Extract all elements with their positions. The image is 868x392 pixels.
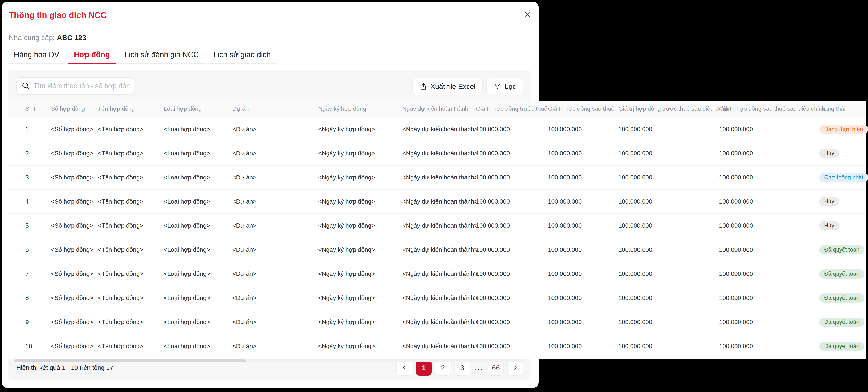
- cell-contract-name: <Tên hợp đồng>: [98, 126, 164, 133]
- cell-expected-finish-date: <Ngày dự kiến hoàn thành>: [402, 198, 476, 205]
- cell-value-pre-tax: 100.000.000: [476, 270, 548, 277]
- close-button[interactable]: [522, 8, 533, 20]
- table-row: 9<Số hợp đồng><Tên hợp đồng><Loại hợp đồ…: [7, 310, 866, 334]
- results-summary: Hiển thị kết quả 1 - 10 trên tổng 17: [17, 364, 113, 371]
- export-excel-label: Xuất file Excel: [430, 83, 475, 91]
- column-header-7: Giá trị hợp đồng trước thuế: [476, 105, 548, 112]
- page-button-66[interactable]: 66: [488, 360, 504, 375]
- cell-value-pre-tax: 100.000.000: [476, 174, 548, 181]
- cell-stt: 2: [25, 150, 51, 157]
- table-row: 4<Số hợp đồng><Tên hợp đồng><Loại hợp đồ…: [7, 190, 866, 214]
- cell-stt: 1: [25, 126, 51, 133]
- page-title: Thông tin giao dịch NCC: [9, 10, 107, 20]
- cell-project: <Dự án>: [232, 150, 318, 157]
- tab-2[interactable]: Hợp đồng: [67, 46, 116, 64]
- cell-value-pre-tax-adjusted: 100.000.000: [618, 343, 719, 350]
- horizontal-scrollbar[interactable]: [14, 359, 524, 362]
- cell-value-pre-tax-adjusted: 100.000.000: [618, 222, 719, 229]
- column-header-1: Số hợp đồng: [51, 105, 98, 112]
- cell-contract-no[interactable]: <Số hợp đồng>: [51, 150, 98, 157]
- search-icon: [22, 82, 30, 90]
- cell-value-pre-tax-adjusted: 100.000.000: [618, 270, 719, 277]
- cell-contract-no[interactable]: <Số hợp đồng>: [51, 198, 98, 205]
- filter-button[interactable]: Lọc: [487, 77, 523, 95]
- cell-value-post-tax: 100.000.000: [548, 150, 618, 157]
- tab-3[interactable]: Lịch sử đánh giá NCC: [118, 46, 205, 64]
- cell-value-post-tax: 100.000.000: [548, 198, 618, 205]
- cell-contract-type: <Loại hợp đồng>: [164, 246, 232, 253]
- cell-sign-date: <Ngày ký hợp đồng>: [318, 246, 402, 253]
- cell-contract-name: <Tên hợp đồng>: [98, 174, 164, 181]
- cell-status: Đã quyết toán: [819, 293, 866, 303]
- contracts-table: STTSố hợp đồngTên hợp đồngLoại hợp đồngD…: [7, 101, 866, 359]
- table-row: 8<Số hợp đồng><Tên hợp đồng><Loại hợp đồ…: [7, 286, 866, 310]
- cell-stt: 3: [25, 174, 51, 181]
- column-header-10: Giá trị hợp đồng sau thuế sau điều chỉnh: [719, 105, 819, 112]
- status-badge: Đã quyết toán: [819, 318, 864, 327]
- filter-icon: [494, 83, 501, 90]
- cell-status: Đã quyết toán: [819, 342, 866, 351]
- cell-contract-no[interactable]: <Số hợp đồng>: [51, 174, 98, 181]
- status-badge: Hủy: [819, 221, 839, 230]
- filter-label: Lọc: [504, 83, 516, 91]
- cell-status: Hủy: [819, 197, 866, 206]
- status-badge: Chờ thống nhất: [819, 173, 868, 182]
- cell-stt: 5: [25, 222, 51, 229]
- search-field[interactable]: [34, 82, 129, 90]
- cell-status: Đã quyết toán: [819, 245, 866, 255]
- cell-expected-finish-date: <Ngày dự kiến hoàn thành>: [402, 126, 476, 133]
- column-header-3: Loại hợp đồng: [164, 105, 232, 112]
- export-excel-button[interactable]: Xuất file Excel: [412, 77, 483, 95]
- column-header-4: Dự án: [232, 105, 318, 112]
- cell-contract-no[interactable]: <Số hợp đồng>: [51, 246, 98, 253]
- table-row: 5<Số hợp đồng><Tên hợp đồng><Loại hợp đồ…: [7, 214, 866, 238]
- tab-1[interactable]: Hàng hóa DV: [7, 46, 65, 64]
- cell-value-post-tax: 100.000.000: [548, 174, 618, 181]
- cell-contract-type: <Loại hợp đồng>: [164, 198, 232, 205]
- column-header-11: Trạng thái: [819, 105, 866, 112]
- cell-contract-no[interactable]: <Số hợp đồng>: [51, 343, 98, 350]
- cell-contract-name: <Tên hợp đồng>: [98, 270, 164, 277]
- cell-value-pre-tax: 100.000.000: [476, 343, 548, 350]
- cell-value-pre-tax: 100.000.000: [476, 222, 548, 229]
- supplier-value: ABC 123: [57, 34, 86, 41]
- cell-value-post-tax-adjusted: 100.000.000: [719, 174, 819, 181]
- cell-sign-date: <Ngày ký hợp đồng>: [318, 126, 402, 133]
- cell-value-post-tax: 100.000.000: [548, 270, 618, 277]
- page-button-3[interactable]: 3: [454, 360, 470, 375]
- column-header-2: Tên hợp đồng: [98, 105, 164, 112]
- tab-4[interactable]: Lịch sử giao dịch: [207, 46, 277, 64]
- cell-contract-no[interactable]: <Số hợp đồng>: [51, 295, 98, 301]
- cell-value-pre-tax-adjusted: 100.000.000: [618, 319, 719, 326]
- cell-contract-type: <Loại hợp đồng>: [164, 319, 232, 326]
- cell-value-pre-tax: 100.000.000: [476, 295, 548, 301]
- cell-contract-no[interactable]: <Số hợp đồng>: [51, 319, 98, 326]
- prev-page-button[interactable]: [397, 360, 412, 375]
- column-header-0: STT: [25, 105, 51, 112]
- cell-sign-date: <Ngày ký hợp đồng>: [318, 270, 402, 277]
- cell-contract-no[interactable]: <Số hợp đồng>: [51, 222, 98, 229]
- cell-value-pre-tax: 100.000.000: [476, 246, 548, 253]
- cell-contract-no[interactable]: <Số hợp đồng>: [51, 126, 98, 133]
- cell-status: Chờ thống nhất: [819, 173, 866, 182]
- page-button-1[interactable]: 1: [416, 360, 432, 375]
- cell-value-pre-tax: 100.000.000: [476, 198, 548, 205]
- cell-value-post-tax: 100.000.000: [548, 295, 618, 301]
- cell-expected-finish-date: <Ngày dự kiến hoàn thành>: [402, 295, 476, 301]
- search-input[interactable]: [17, 77, 134, 95]
- screen-background: Thông tin giao dịch NCC Nhà cung cấp:ABC…: [0, 0, 868, 392]
- cell-status: Đang thực hiện: [819, 125, 866, 134]
- cell-contract-type: <Loại hợp đồng>: [164, 126, 232, 133]
- cell-value-post-tax-adjusted: 100.000.000: [719, 222, 819, 229]
- next-page-button[interactable]: [507, 360, 523, 375]
- export-icon: [420, 83, 427, 90]
- table-row: 1<Số hợp đồng><Tên hợp đồng><Loại hợp đồ…: [7, 118, 866, 141]
- scrollbar-thumb[interactable]: [14, 359, 246, 362]
- cell-contract-no[interactable]: <Số hợp đồng>: [51, 270, 98, 277]
- page-button-2[interactable]: 2: [435, 360, 451, 375]
- cell-value-pre-tax: 100.000.000: [476, 319, 548, 326]
- cell-contract-type: <Loại hợp đồng>: [164, 174, 232, 181]
- chevron-right-icon: [512, 364, 518, 371]
- table-row: 10<Số hợp đồng><Tên hợp đồng><Loại hợp đ…: [7, 334, 866, 358]
- cell-contract-type: <Loại hợp đồng>: [164, 270, 232, 277]
